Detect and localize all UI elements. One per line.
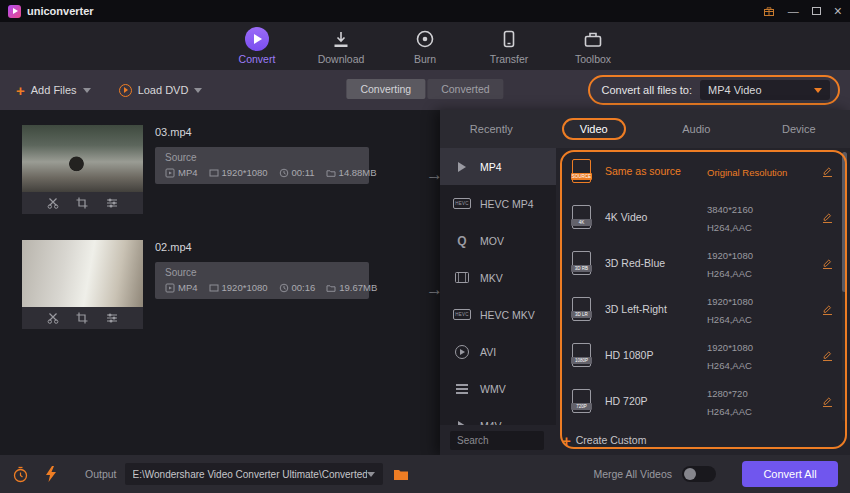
file-row: 02.mp4 Source MP4 1920*1080	[22, 240, 369, 329]
effects-icon[interactable]	[106, 312, 118, 324]
format-panel-tabs: Recently Video Audio Device	[440, 110, 850, 148]
preset-hd-720p[interactable]: 720P HD 720P 1280*720 H264,AAC	[556, 378, 850, 424]
size-meta: 14.88MB	[326, 167, 377, 178]
tab-toolbox[interactable]: Toolbox	[569, 27, 617, 65]
format-item-wmv[interactable]: WMV	[440, 370, 556, 407]
high-speed-icon[interactable]	[45, 466, 57, 482]
size-meta: 19.67MB	[326, 282, 377, 293]
dvd-icon	[119, 84, 132, 97]
tab-transfer[interactable]: Transfer	[485, 27, 533, 65]
trim-icon[interactable]	[47, 312, 59, 324]
monitor-icon	[209, 168, 219, 178]
preset-hd-1080p[interactable]: 1080P HD 1080P 1920*1080 H264,AAC	[556, 332, 850, 378]
output-path-dropdown[interactable]: E:\Wondershare Video Converter Ultimate\…	[125, 463, 383, 485]
tab-converting[interactable]: Converting	[346, 79, 425, 99]
mov-icon: Q	[453, 234, 471, 248]
schedule-icon[interactable]	[12, 466, 29, 483]
edit-preset-icon[interactable]	[821, 165, 834, 178]
tab-convert[interactable]: Convert	[233, 27, 281, 65]
edit-preset-icon[interactable]	[821, 303, 834, 316]
clock-icon	[279, 283, 289, 293]
format-item-m4v[interactable]: M4V	[440, 407, 556, 425]
gift-icon[interactable]	[763, 5, 775, 17]
resolution-meta: 1920*1080	[209, 282, 268, 293]
tab-device[interactable]: Device	[748, 123, 850, 135]
panel-scrollbar[interactable]	[842, 152, 847, 421]
burn-disc-icon	[414, 27, 436, 51]
output-path-value: E:\Wondershare Video Converter Ultimate\…	[133, 469, 367, 480]
folder-icon	[326, 168, 336, 178]
close-button[interactable]: ×	[834, 4, 842, 18]
file-name: 02.mp4	[155, 241, 369, 253]
preset-file-icon: 720P	[572, 389, 591, 413]
tab-video[interactable]: Video	[543, 118, 646, 140]
add-files-button[interactable]: + Add Files	[16, 83, 91, 98]
format-item-mov[interactable]: Q MOV	[440, 222, 556, 259]
file-meta: MP4 1920*1080 00:11 14.88MB	[165, 167, 359, 178]
format-item-mp4[interactable]: MP4	[440, 148, 556, 185]
plus-icon: +	[562, 433, 571, 448]
scrollbar-thumb[interactable]	[842, 152, 847, 292]
tab-converted[interactable]: Converted	[427, 79, 503, 99]
load-dvd-button[interactable]: Load DVD	[119, 84, 203, 97]
toolbar-left: + Add Files Load DVD	[0, 83, 202, 98]
convert-all-button[interactable]: Convert All	[742, 461, 838, 487]
preset-4k-video[interactable]: 4K 4K Video 3840*2160 H264,AAC	[556, 194, 850, 240]
maximize-button[interactable]	[812, 7, 821, 15]
merge-toggle[interactable]	[682, 466, 716, 482]
tab-download[interactable]: Download	[317, 27, 365, 65]
preset-file-icon: 3D RB	[572, 251, 591, 275]
nav-tab-label: Burn	[414, 53, 436, 65]
edit-preset-icon[interactable]	[821, 349, 834, 362]
format-item-hevc-mp4[interactable]: HEVC HEVC MP4	[440, 185, 556, 222]
app-title: uniconverter	[27, 5, 94, 17]
edit-preset-icon[interactable]	[821, 257, 834, 270]
wmv-icon	[453, 384, 471, 394]
trim-icon[interactable]	[47, 197, 59, 209]
format-item-mkv[interactable]: MKV	[440, 259, 556, 296]
chevron-down-icon[interactable]	[83, 88, 91, 93]
source-label: Source	[165, 152, 359, 163]
folder-icon	[326, 283, 336, 293]
preset-file-icon: SOURCE	[572, 159, 591, 183]
edit-preset-icon[interactable]	[821, 395, 834, 408]
effects-icon[interactable]	[106, 197, 118, 209]
avi-icon	[453, 345, 471, 359]
main-nav: Convert Download Burn Transfer Toolbox	[0, 22, 850, 70]
convert-all-files-group: Convert all files to: MP4 Video	[588, 75, 840, 105]
nav-tab-label: Convert	[239, 53, 276, 65]
preset-same-as-source[interactable]: SOURCE Same as source Original Resolutio…	[556, 148, 850, 194]
format-meta: MP4	[165, 167, 198, 178]
resolution-meta: 1920*1080	[209, 167, 268, 178]
toolbox-icon	[582, 27, 604, 51]
tab-audio[interactable]: Audio	[645, 123, 748, 135]
tab-burn[interactable]: Burn	[401, 27, 449, 65]
bottom-bar: Output E:\Wondershare Video Converter Ul…	[0, 455, 850, 493]
hevc-mkv-icon: HEVC	[453, 309, 471, 320]
preset-3d-red-blue[interactable]: 3D RB 3D Red-Blue 1920*1080 H264,AAC	[556, 240, 850, 286]
tab-recently[interactable]: Recently	[440, 123, 543, 135]
file-info: 03.mp4 Source MP4 1920*1080	[155, 125, 369, 214]
format-panel: Recently Video Audio Device MP4 HEVC HEV…	[440, 110, 850, 455]
output-format-dropdown[interactable]: MP4 Video	[700, 80, 830, 100]
monitor-icon	[209, 283, 219, 293]
search-input[interactable]	[450, 431, 544, 450]
preset-3d-left-right[interactable]: 3D LR 3D Left-Right 1920*1080 H264,AAC	[556, 286, 850, 332]
video-thumbnail[interactable]	[22, 240, 143, 307]
video-thumbnail[interactable]	[22, 125, 143, 192]
chevron-down-icon	[814, 88, 822, 93]
minimize-button[interactable]: —	[788, 6, 799, 17]
format-item-avi[interactable]: AVI	[440, 333, 556, 370]
edit-preset-icon[interactable]	[821, 211, 834, 224]
crop-icon[interactable]	[76, 312, 88, 324]
file-row: 03.mp4 Source MP4 1920*1080	[22, 125, 369, 214]
add-files-label: Add Files	[31, 84, 77, 96]
format-item-hevc-mkv[interactable]: HEVC HEVC MKV	[440, 296, 556, 333]
window-controls: — ×	[763, 4, 842, 18]
crop-icon[interactable]	[76, 197, 88, 209]
open-folder-icon[interactable]	[393, 468, 409, 481]
chevron-down-icon	[367, 472, 375, 477]
load-dvd-label: Load DVD	[138, 84, 189, 96]
chevron-down-icon[interactable]	[194, 88, 202, 93]
create-custom-button[interactable]: + Create Custom	[562, 433, 646, 448]
